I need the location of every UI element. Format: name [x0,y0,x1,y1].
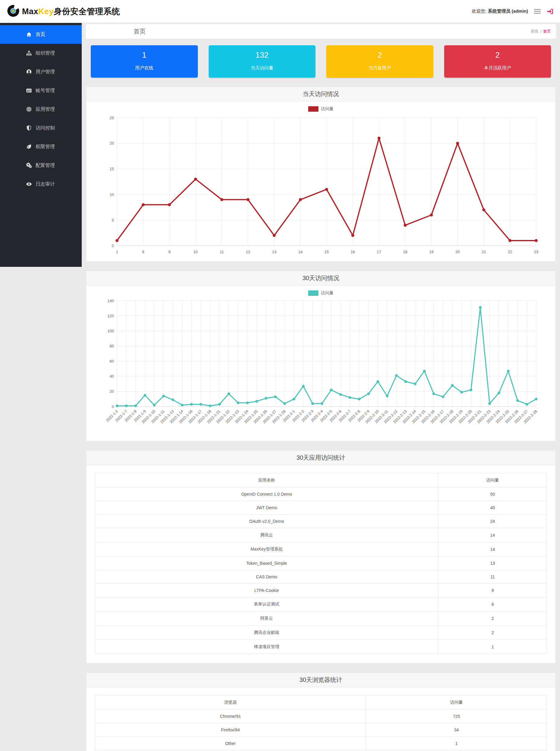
sidebar-item-config[interactable]: 配置管理 [0,156,82,175]
table-cell: 表单认证测试 [95,597,438,612]
data-point [181,404,184,406]
table-cell: 阿里云 [95,612,438,626]
column-header: 访问量 [366,695,547,710]
sidebar-item-apps[interactable]: 应用管理 [0,100,82,119]
svg-text:40: 40 [110,374,114,379]
table-cell: 8 [438,597,547,612]
hamburger-icon[interactable] [534,9,541,14]
svg-text:1: 1 [116,250,118,254]
eye-icon [26,181,32,187]
svg-text:15: 15 [110,167,114,171]
data-point [508,239,512,242]
table-cell: 腾讯云 [95,528,438,542]
sidebar-item-org[interactable]: 组织管理 [0,44,82,62]
data-point [498,391,500,394]
table-header-row: 应用名称访问量 [95,473,547,487]
table-cell: Token_Based_Simple [95,557,438,570]
data-point [293,398,295,400]
data-point [194,178,197,181]
data-point [414,382,417,385]
main-content: 首页 系统 / 首页 1用户在线132当天访问量2当月新用户2本月活跃用户 当天… [82,23,560,751]
panel-today-visits: 当天访问情况 访问量 05101520251891011121314151617… [86,86,556,262]
table-cell: MaxKey管理系统 [95,542,438,557]
table-row: 腾讯云14 [95,528,547,542]
stat-card-label: 本月活跃用户 [444,65,551,71]
data-point [134,404,137,407]
data-point [526,403,528,406]
data-point [330,388,333,391]
breadcrumb-section[interactable]: 系统 [531,29,538,34]
data-point [125,404,127,407]
sidebar-item-audit[interactable]: 日志审计 [0,175,82,193]
user-circle-icon [26,69,32,75]
shield-icon [26,125,32,131]
sidebar-item-label: 账号管理 [36,88,55,94]
sidebar-item-access[interactable]: 访问控制 [0,119,82,137]
svg-text:120: 120 [107,314,114,318]
data-point [273,234,276,237]
data-point [488,402,491,405]
globe-icon [26,106,32,112]
data-point [376,380,379,383]
table-header-row: 浏览器访问量 [95,695,547,710]
sidebar-item-users[interactable]: 用户管理 [0,62,82,81]
table-row: 腾讯企业邮箱2 [95,626,547,640]
sidebar-item-home[interactable]: 首页 [0,25,82,44]
data-point [535,398,538,400]
legend-label: 访问量 [321,106,334,112]
svg-text:20: 20 [110,389,114,393]
svg-text:20: 20 [455,250,460,254]
breadcrumb-separator: / [540,29,541,34]
svg-text:11: 11 [220,250,224,254]
welcome-text: 欢迎您: 系统管理员 (admin) [472,8,528,14]
data-point [209,404,212,407]
data-point [507,370,509,372]
stat-card-3: 2本月活跃用户 [444,45,551,78]
svg-text:80: 80 [110,344,114,348]
sidebar-menu: 首页组织管理用户管理账号管理应用管理访问控制权限管理配置管理日志审计 [0,25,82,193]
data-point [200,403,202,406]
data-point [378,137,381,140]
current-user: 系统管理员 (admin) [488,8,528,14]
svg-text:100: 100 [107,329,114,333]
data-point [246,198,249,201]
table-cell: 2 [438,612,547,626]
table-cell: 1 [366,737,547,750]
logout-icon[interactable] [547,8,553,15]
sidebar-item-label: 首页 [36,32,45,38]
stat-cards: 1用户在线132当天访问量2当月新用户2本月活跃用户 [91,45,551,78]
svg-text:14: 14 [298,250,302,254]
data-point [404,380,407,383]
data-point [190,403,193,406]
data-point [265,397,267,400]
data-point [283,402,286,405]
stat-card-value: 2 [326,45,433,60]
svg-text:15: 15 [324,250,329,254]
table-cell: 40 [438,501,547,515]
data-point [218,403,221,406]
data-point [479,306,482,309]
table-row: 表单认证测试8 [95,597,547,612]
table-row: JWT Demo40 [95,501,547,515]
sidebar-item-permissions[interactable]: 权限管理 [0,137,82,156]
table-cell: Firefox/84 [95,723,366,737]
data-point [358,398,361,400]
sidebar-item-accounts[interactable]: 账号管理 [0,81,82,100]
svg-text:10: 10 [193,250,198,254]
svg-text:12: 12 [246,250,250,254]
stat-card-label: 用户在线 [91,65,198,71]
svg-text:8: 8 [142,250,144,254]
breadcrumb-current: 首页 [543,29,551,34]
today-visits-chart: 0510152025189101112131415161718192021222… [98,113,544,258]
panel-title: 30天访问情况 [86,271,556,286]
data-point [143,394,146,397]
table-row: 阿里云2 [95,612,547,626]
svg-text:140: 140 [107,299,114,303]
legend-swatch [308,290,318,296]
page-title: 首页 [86,27,146,36]
table-cell: Other [95,737,366,750]
data-point [456,142,459,145]
stat-card-label: 当天访问量 [209,65,316,71]
svg-text:9: 9 [168,250,171,254]
stat-card-1: 132当天访问量 [209,45,316,78]
